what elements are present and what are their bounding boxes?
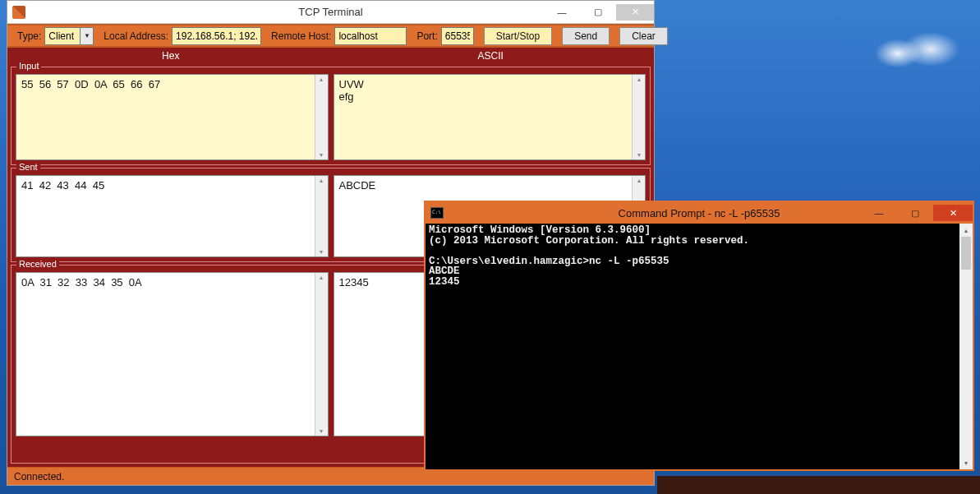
- tcp-toolbar: Type: ▼ Local Address: Remote Host: Port…: [7, 24, 654, 48]
- cmd-output[interactable]: Microsoft Windows [Version 6.3.9600] (c)…: [426, 224, 959, 469]
- sent-legend: Sent: [16, 162, 40, 172]
- desktop-cloud: [873, 33, 972, 74]
- scroll-down-icon[interactable]: ▾: [320, 150, 323, 159]
- input-ascii-text[interactable]: UVW efg: [334, 75, 633, 159]
- scroll-up-icon[interactable]: ▴: [637, 75, 641, 84]
- scroll-down-icon[interactable]: ▾: [320, 427, 323, 436]
- remote-host-label: Remote Host:: [271, 30, 331, 42]
- cmd-window-title: Command Prompt - nc -L -p65535: [619, 207, 780, 219]
- input-group: Input 55 56 57 0D 0A 65 66 67 ▴▾ UVW efg…: [11, 67, 651, 165]
- clear-button[interactable]: Clear: [619, 27, 668, 45]
- scroll-up-icon[interactable]: ▴: [637, 176, 641, 185]
- type-combo[interactable]: ▼: [44, 27, 94, 45]
- received-legend: Received: [16, 259, 59, 269]
- scroll-up-icon[interactable]: ▴: [320, 176, 323, 185]
- cmd-titlebar[interactable]: Command Prompt - nc -L -p65535 — ▢ ✕: [426, 202, 973, 224]
- maximize-button[interactable]: ▢: [897, 205, 933, 221]
- scroll-down-icon[interactable]: ▾: [637, 150, 641, 159]
- send-button[interactable]: Send: [562, 27, 610, 45]
- desktop-taskbar-strip: [657, 476, 980, 494]
- sent-hex-text: 41 42 43 44 45: [16, 176, 315, 256]
- status-text: Connected.: [14, 471, 64, 482]
- close-button[interactable]: ✕: [616, 4, 654, 21]
- maximize-button[interactable]: ▢: [580, 4, 616, 21]
- cmd-window-buttons: — ▢ ✕: [861, 205, 973, 221]
- local-address-label: Local Address:: [104, 30, 168, 42]
- port-input[interactable]: [441, 27, 474, 45]
- input-ascii-textbox[interactable]: UVW efg ▴▾: [334, 74, 646, 160]
- input-hex-textbox[interactable]: 55 56 57 0D 0A 65 66 67 ▴▾: [16, 74, 329, 160]
- minimize-button[interactable]: —: [544, 4, 580, 21]
- local-address-input[interactable]: [172, 27, 261, 45]
- column-headers: Hex ASCII: [11, 48, 651, 64]
- scroll-track[interactable]: [959, 270, 973, 456]
- scrollbar[interactable]: ▴▾: [315, 176, 328, 256]
- scroll-up-icon[interactable]: ▴: [320, 273, 323, 282]
- minimize-button[interactable]: —: [861, 205, 897, 221]
- scrollbar[interactable]: ▴▾: [315, 75, 328, 159]
- port-label: Port:: [416, 30, 437, 42]
- input-legend: Input: [16, 61, 41, 71]
- received-hex-textbox[interactable]: 0A 31 32 33 34 35 0A ▴▾: [16, 272, 329, 436]
- scroll-up-icon[interactable]: ▴: [959, 224, 973, 237]
- tcp-window-title: TCP Terminal: [298, 6, 362, 18]
- ascii-column-header: ASCII: [331, 48, 651, 64]
- received-hex-text: 0A 31 32 33 34 35 0A: [16, 273, 315, 436]
- close-button[interactable]: ✕: [933, 205, 973, 221]
- input-hex-text[interactable]: 55 56 57 0D 0A 65 66 67: [16, 75, 315, 159]
- type-input[interactable]: [44, 27, 81, 45]
- tcp-titlebar[interactable]: TCP Terminal — ▢ ✕: [7, 1, 654, 24]
- scrollbar[interactable]: ▴▾: [632, 75, 645, 159]
- scroll-down-icon[interactable]: ▾: [959, 456, 973, 469]
- cmd-scrollbar[interactable]: ▴ ▾: [959, 224, 973, 469]
- scrollbar[interactable]: ▴▾: [315, 273, 328, 436]
- command-prompt-window: Command Prompt - nc -L -p65535 — ▢ ✕ Mic…: [424, 201, 974, 471]
- tcp-window-buttons: — ▢ ✕: [544, 4, 654, 21]
- scroll-thumb[interactable]: [961, 237, 971, 270]
- type-dropdown-icon[interactable]: ▼: [81, 27, 94, 45]
- scroll-up-icon[interactable]: ▴: [320, 75, 323, 84]
- start-stop-button[interactable]: Start/Stop: [484, 27, 552, 45]
- cmd-body: Microsoft Windows [Version 6.3.9600] (c)…: [426, 224, 973, 469]
- scroll-down-icon[interactable]: ▾: [320, 247, 323, 256]
- type-label: Type:: [17, 30, 41, 42]
- sent-hex-textbox[interactable]: 41 42 43 44 45 ▴▾: [16, 175, 329, 257]
- hex-column-header: Hex: [11, 48, 331, 64]
- remote-host-input[interactable]: [334, 27, 407, 45]
- cmd-app-icon: [430, 207, 444, 219]
- tcp-app-icon: [12, 6, 25, 19]
